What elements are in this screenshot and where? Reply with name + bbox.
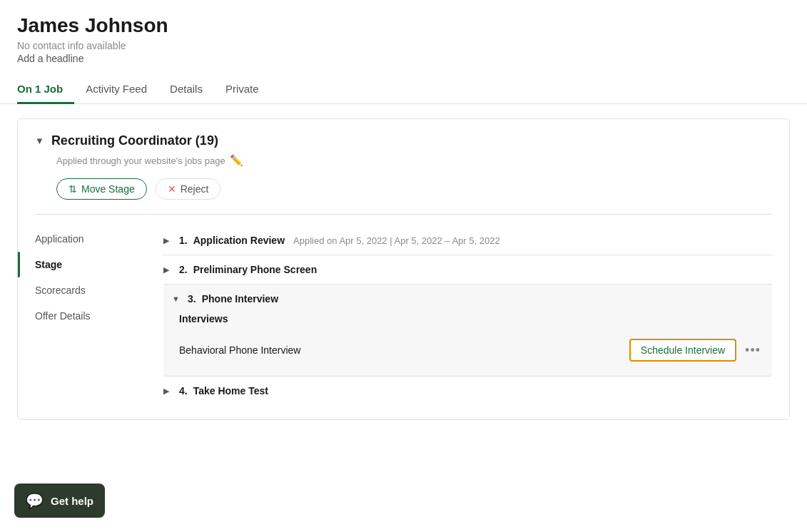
stage-row-take-home: ▶ 4. Take Home Test [163, 377, 772, 405]
stage-4-number: 4. [179, 385, 188, 397]
main-content: ▼ Recruiting Coordinator (19) Applied th… [0, 104, 807, 434]
stage-2-arrow[interactable]: ▶ [163, 265, 173, 275]
stage-area: Application Stage Scorecards Offer Detai… [35, 214, 772, 405]
stage-4-arrow[interactable]: ▶ [163, 387, 173, 396]
stage-1-number: 1. [179, 235, 188, 246]
dots-menu-icon[interactable]: ••• [745, 343, 761, 358]
stage-row-header-2: ▶ 2. Preliminary Phone Screen [163, 264, 772, 275]
schedule-interview-button[interactable]: Schedule Interview [629, 339, 736, 362]
action-buttons: ⇅ Move Stage ✕ Reject [56, 178, 772, 200]
stage-2-number: 2. [179, 264, 188, 275]
stage-3-header: ▼ 3. Phone Interview [163, 285, 772, 305]
add-headline-text[interactable]: Add a headline [17, 53, 790, 64]
stage-2-name: Preliminary Phone Screen [193, 264, 318, 275]
reject-label: Reject [181, 183, 209, 195]
stage-row-preliminary: ▶ 2. Preliminary Phone Screen [163, 255, 772, 285]
left-nav-scorecards[interactable]: Scorecards [35, 277, 149, 303]
stage-1-name: Application Review [193, 235, 285, 246]
reject-button[interactable]: ✕ Reject [156, 178, 221, 200]
interview-name-behavioral: Behavioral Phone Interview [179, 344, 300, 356]
collapse-icon[interactable]: ▼ [35, 135, 44, 146]
get-help-widget[interactable]: 💬 Get help [14, 484, 105, 518]
applied-source-text: Applied through your website's jobs page [56, 155, 225, 166]
move-stage-button[interactable]: ⇅ Move Stage [56, 178, 147, 200]
move-stage-label: Move Stage [81, 183, 135, 195]
no-contact-text: No contact info available [17, 40, 790, 51]
job-card: ▼ Recruiting Coordinator (19) Applied th… [17, 118, 790, 420]
left-nav-application[interactable]: Application [35, 226, 149, 252]
stages-area: ▶ 1. Application Review Applied on Apr 5… [149, 226, 772, 405]
move-stage-arrow-icon: ⇅ [68, 183, 77, 195]
stage-row-header-4: ▶ 4. Take Home Test [163, 385, 772, 397]
candidate-name: James Johnson [17, 14, 790, 37]
get-help-icon: 💬 [26, 492, 44, 509]
stage-3-name: Phone Interview [202, 293, 278, 305]
tab-activity-feed[interactable]: Activity Feed [86, 76, 158, 104]
stage-3-arrow[interactable]: ▼ [172, 295, 182, 303]
edit-icon[interactable]: ✏️ [230, 154, 243, 167]
candidate-header: James Johnson No contact info available … [0, 0, 807, 64]
stage-1-meta: Applied on Apr 5, 2022 | Apr 5, 2022 – A… [293, 235, 500, 246]
job-title: Recruiting Coordinator (19) [51, 133, 218, 148]
stage-row-application-review: ▶ 1. Application Review Applied on Apr 5… [163, 226, 772, 255]
left-nav-offer-details[interactable]: Offer Details [35, 303, 149, 329]
left-nav-stage[interactable]: Stage [35, 252, 149, 277]
reject-x-icon: ✕ [168, 183, 176, 195]
tab-private[interactable]: Private [225, 76, 270, 104]
stage-row-phone-interview: ▼ 3. Phone Interview Interviews Behavior… [163, 285, 772, 377]
stage-row-header-1: ▶ 1. Application Review Applied on Apr 5… [163, 235, 772, 246]
interview-row-behavioral: Behavioral Phone Interview Schedule Inte… [179, 333, 761, 367]
applied-source: Applied through your website's jobs page… [56, 154, 772, 167]
tab-bar: On 1 Job Activity Feed Details Private [0, 76, 807, 104]
job-header: ▼ Recruiting Coordinator (19) [35, 133, 772, 148]
interviews-section: Interviews Behavioral Phone Interview Sc… [163, 305, 772, 376]
get-help-label: Get help [51, 495, 93, 507]
stage-1-arrow[interactable]: ▶ [163, 236, 173, 245]
interviews-label: Interviews [179, 313, 761, 324]
stage-4-name: Take Home Test [193, 385, 268, 397]
tab-on-job[interactable]: On 1 Job [17, 76, 74, 104]
left-nav: Application Stage Scorecards Offer Detai… [35, 226, 149, 405]
stage-3-number: 3. [188, 293, 196, 305]
interview-actions: Schedule Interview ••• [629, 339, 761, 362]
tab-details[interactable]: Details [170, 76, 214, 104]
